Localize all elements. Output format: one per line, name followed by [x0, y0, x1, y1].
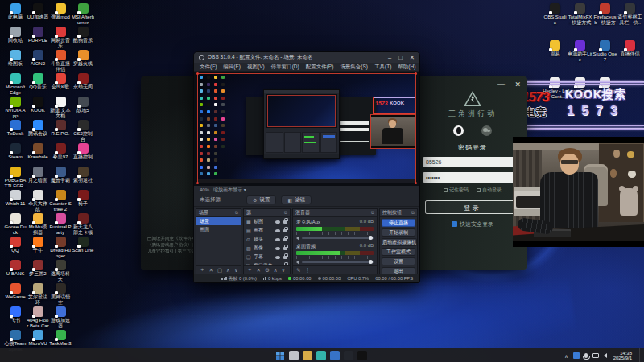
tray-volume-icon[interactable] — [604, 353, 607, 358]
desktop-icon[interactable]: 新建 文本文档 — [49, 96, 72, 119]
lock-icon[interactable] — [283, 247, 287, 250]
source-item[interactable]: ▨图像 — [244, 244, 290, 253]
menu-item[interactable]: 工具(T) — [374, 64, 391, 71]
desktop-icon[interactable]: 战地5 — [72, 96, 94, 119]
menu-item[interactable]: 帮助(H) — [398, 64, 415, 71]
selection-handle[interactable] — [415, 182, 417, 184]
selection-handle[interactable] — [196, 72, 199, 75]
dock-popout-icon[interactable]: ⧉ — [284, 210, 287, 216]
scene-toolbar-button[interactable]: ▢ — [217, 267, 222, 274]
visibility-eye-icon[interactable] — [275, 229, 280, 232]
taskbar-clock[interactable]: 14:38 2025/9/1 — [612, 351, 632, 361]
desktop-icon[interactable]: 椅子 — [72, 189, 94, 212]
taskbar-icon-kook[interactable] — [357, 351, 367, 360]
tray-microphone-icon[interactable] — [584, 353, 588, 358]
taskbar-icon-explorer[interactable] — [303, 351, 312, 360]
desktop-icon[interactable]: TotalMixFX - 快捷方式 — [568, 2, 592, 39]
menu-item[interactable]: 视图(V) — [247, 64, 265, 71]
desktop-icon[interactable]: PURPLE — [27, 26, 49, 49]
source-item[interactable]: ▦贴图 — [244, 217, 290, 226]
scene-item[interactable]: 画面 — [196, 225, 241, 233]
tray-network-icon[interactable] — [592, 353, 599, 358]
taskbar-icon-store[interactable] — [330, 351, 340, 360]
desktop-icon[interactable]: QQ — [4, 236, 27, 259]
selection-handle[interactable] — [196, 182, 199, 184]
login-button[interactable]: 登录 — [425, 200, 520, 214]
password-login-tab[interactable]: 密码登录 — [423, 143, 522, 152]
desktop-icon[interactable]: AION2 — [27, 49, 49, 72]
tray-obs-icon[interactable] — [573, 352, 580, 359]
obs-titlebar[interactable]: OBS 31.0.4 - 配置文件: 未命名 - 场景: 未命名 – □ ✕ — [194, 52, 419, 63]
menu-item[interactable]: 停靠窗口(D) — [271, 64, 299, 71]
lock-icon[interactable] — [283, 256, 287, 259]
obs-preview-canvas[interactable]: 1573KOOK — [194, 72, 419, 186]
desktop-icon[interactable]: 黑神话悟空 — [49, 282, 72, 306]
dock-popout-icon[interactable]: ⧉ — [411, 210, 415, 216]
password-input[interactable]: ••••••• — [423, 172, 518, 183]
taskbar-icon-edge[interactable] — [316, 351, 326, 360]
desktop-icon[interactable]: 逃离塔科夫 — [49, 259, 72, 282]
show-desktop-button[interactable] — [639, 348, 641, 362]
obs-close-button[interactable]: ✕ — [410, 54, 415, 61]
desktop-icon[interactable]: Studio One 7 — [592, 39, 617, 76]
desktop-icon[interactable]: 斗鱼直播伴侣 — [49, 49, 72, 72]
start-recording-button[interactable]: 开始录制 — [382, 228, 415, 237]
desktop-icon[interactable]: Krawhale — [27, 142, 49, 166]
desktop-icon[interactable]: 电源助手Lite — [568, 39, 592, 76]
speaker-icon[interactable] — [296, 236, 299, 241]
mixer-toolbar-button[interactable]: ⋮ — [304, 267, 310, 274]
stop-streaming-button[interactable]: 停止直播 — [382, 219, 415, 227]
scene-toolbar-button[interactable]: ✕ — [209, 267, 213, 274]
source-toolbar-button[interactable]: ∨ — [282, 267, 286, 274]
scene-item[interactable]: 场景 — [196, 217, 241, 225]
source-item[interactable]: ❏字幕 — [244, 253, 290, 261]
desktop-icon[interactable]: 周易 — [543, 39, 568, 76]
preview-zoom-hint[interactable]: 缩放画布显示 ▾ — [213, 187, 246, 194]
visibility-eye-icon[interactable] — [275, 265, 280, 266]
launcher-close-button[interactable]: ✕ — [514, 80, 521, 88]
exit-button[interactable]: 退出 — [382, 267, 415, 274]
desktop-icon[interactable]: MSI Afterburner — [72, 2, 94, 26]
desktop-icon[interactable]: 森竹察棋工具栏 - 快.. — [617, 2, 642, 39]
desktop-icon[interactable]: Microsoft Edge — [4, 72, 27, 96]
remember-password-checkbox[interactable]: 记住密码 — [444, 187, 469, 194]
desktop-icon[interactable]: Firefaceusb - 快捷方式 — [592, 2, 617, 39]
desktop-icon[interactable]: 腾讯会议 — [27, 119, 49, 142]
lock-icon[interactable] — [283, 229, 287, 232]
account-input[interactable]: 85526 — [423, 157, 518, 167]
obs-minimize-button[interactable]: – — [388, 54, 391, 61]
desktop-icon[interactable]: QQ音乐 — [27, 72, 49, 96]
desktop-icon[interactable]: 月之暗面 — [27, 166, 49, 189]
desktop-icon[interactable]: 梦三国2 — [27, 259, 49, 282]
qq-login-icon[interactable] — [453, 125, 464, 136]
tray-overflow-chevron-icon[interactable]: ∧ — [564, 353, 568, 359]
desktop-icon[interactable]: Which 11 — [4, 189, 27, 212]
desktop-icon[interactable]: 回收站 — [4, 26, 27, 49]
desktop-icon[interactable]: UU加速器 — [27, 2, 49, 26]
desktop-icon[interactable]: R.E.P.O. — [49, 119, 72, 142]
taskbar-icon-obs[interactable] — [344, 351, 353, 360]
desktop-icon[interactable]: Goose Duck — [4, 212, 27, 236]
desktop-icon[interactable]: 404g Floor Beta Card — [27, 306, 49, 329]
desktop-icon[interactable]: MuMu模拟器 — [27, 212, 49, 236]
source-toolbar-button[interactable]: ✕ — [257, 267, 261, 274]
desktop-icon[interactable]: 艾尔登法环 — [27, 282, 49, 306]
scene-toolbar-button[interactable]: ∨ — [234, 267, 238, 274]
source-toolbar-button[interactable]: ＋ — [247, 266, 253, 274]
speaker-icon[interactable] — [296, 260, 299, 265]
menu-item[interactable]: 文件(F) — [200, 64, 217, 71]
menu-item[interactable]: 配置文件(P) — [306, 64, 334, 71]
dock-popout-icon[interactable]: ⧉ — [371, 210, 374, 216]
desktop-icon[interactable]: 穿越火线 — [72, 49, 94, 72]
source-item[interactable]: ⊙镜头 — [244, 235, 290, 244]
lock-icon[interactable] — [283, 220, 287, 224]
lock-icon[interactable] — [283, 265, 287, 266]
desktop-icon[interactable]: 飞书 — [4, 306, 27, 329]
menu-item[interactable]: 场景集合(S) — [340, 64, 368, 71]
desktop-icon[interactable]: Dread Hunger — [49, 236, 72, 259]
desktop-icon[interactable]: 永劫无间 — [72, 72, 94, 96]
obs-maximize-button[interactable]: □ — [398, 54, 402, 61]
wechat-login-icon[interactable] — [481, 125, 492, 136]
volume-slider[interactable] — [302, 237, 374, 239]
desktop-icon[interactable]: WeGame — [4, 282, 27, 306]
